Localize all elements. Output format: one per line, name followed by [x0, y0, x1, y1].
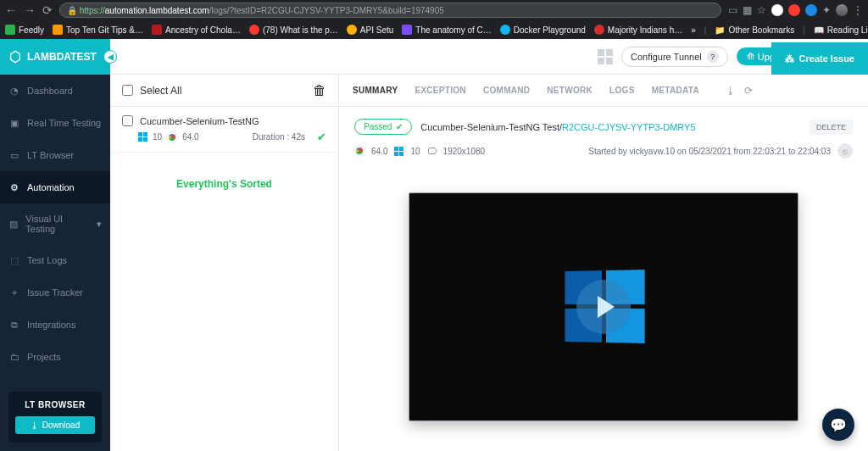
video-preview-area — [339, 170, 868, 451]
test-id: R2CGU-CJYSV-YYTP3-DMRY5 — [562, 122, 696, 132]
download-logs-icon[interactable]: ⭳ — [726, 85, 736, 97]
cast-icon[interactable]: ▭ — [728, 4, 737, 16]
automation-icon: ⚙ — [8, 181, 20, 193]
refresh-icon[interactable]: ⟳ — [744, 85, 753, 97]
bookmarks-overflow[interactable]: » — [691, 25, 696, 35]
chevron-down-icon: ▾ — [97, 219, 102, 230]
bookmark-item[interactable]: Docker Playground — [500, 25, 586, 35]
bookmark-icon — [347, 25, 357, 35]
windows-icon — [394, 147, 403, 156]
apps-grid-icon[interactable] — [598, 49, 613, 64]
select-all-checkbox[interactable] — [122, 85, 133, 96]
download-icon: ⭳ — [31, 420, 39, 430]
ext-icon-2[interactable] — [788, 4, 800, 16]
bookmark-icon — [594, 25, 604, 35]
test-list-item[interactable]: Cucumber-Selenium-TestNG 10 64.0 Duratio… — [110, 107, 338, 153]
browser-toolbar: ← → ⟳ 🔒 https:// automation.lambdatest.c… — [0, 0, 868, 20]
details-tabs: SUMMARY EXCEPTION COMMAND NETWORK LOGS M… — [339, 75, 868, 107]
bookmark-item[interactable]: Feedly — [5, 25, 44, 35]
back-icon[interactable]: ← — [5, 3, 17, 17]
brand-logo[interactable]: LAMBDATEST ◀ — [0, 39, 110, 75]
bookmark-icon — [152, 25, 162, 35]
sidebar-item-ltbrowser[interactable]: ▭LT Browser — [0, 139, 110, 171]
bug-icon: ⁂ — [785, 53, 794, 64]
create-issue-button[interactable]: ⁂ Create Issue — [771, 42, 868, 75]
url-domain: automation.lambdatest.com — [105, 6, 209, 15]
test-checkbox[interactable] — [122, 115, 133, 126]
bookmark-item[interactable]: (78) What is the p… — [249, 25, 338, 35]
sidebar-item-issue[interactable]: ⌖Issue Tracker — [0, 276, 110, 309]
reload-icon[interactable]: ⟳ — [42, 3, 53, 17]
details-summary-header: Passed ✔ Cucumber-Selenium-TestNG Test/R… — [339, 107, 868, 170]
projects-icon: 🗀 — [8, 351, 20, 363]
browser-version: 64.0 — [182, 132, 198, 142]
started-by-label: Started by vickyavw.10 on 05/23/2021 fro… — [588, 147, 831, 156]
bookmark-icon — [500, 25, 510, 35]
bookmark-item[interactable]: Majority Indians h… — [594, 25, 682, 35]
windows-icon — [138, 132, 147, 142]
ltbrowser-icon: ▭ — [8, 149, 20, 161]
bookmark-item[interactable]: Top Ten Git Tips &… — [53, 25, 143, 35]
chrome-extension-icons: ▭ ▦ ☆ ✦ ⋮ — [728, 4, 863, 16]
extensions-icon[interactable]: ✦ — [822, 4, 831, 16]
bookmark-icon — [402, 25, 412, 35]
status-badge: Passed ✔ — [354, 119, 412, 135]
test-list-panel: Select All 🗑 Cucumber-Selenium-TestNG 10… — [110, 75, 339, 451]
delete-button[interactable]: DELETE — [810, 120, 853, 135]
tab-exception[interactable]: EXCEPTION — [415, 86, 466, 95]
star-icon[interactable]: ☆ — [757, 4, 766, 16]
configure-tunnel-button[interactable]: Configure Tunnel ? — [621, 47, 728, 67]
bookmark-item[interactable]: API Setu — [347, 25, 393, 35]
browser-chrome: ← → ⟳ 🔒 https:// automation.lambdatest.c… — [0, 0, 868, 39]
bookmarks-bar: Feedly Top Ten Git Tips &… Ancestry of C… — [0, 20, 868, 39]
sidebar-item-realtime[interactable]: ▣Real Time Testing — [0, 107, 110, 139]
sidebar-item-dashboard[interactable]: ◔Dashboard — [0, 75, 110, 107]
pass-check-icon: ✔ — [317, 131, 326, 143]
os-version: 10 — [153, 132, 162, 142]
sidebar-item-projects[interactable]: 🗀Projects — [0, 341, 110, 373]
sidebar-item-testlogs[interactable]: ⬚Test Logs — [0, 244, 110, 276]
url-bar[interactable]: 🔒 https:// automation.lambdatest.com /lo… — [59, 3, 721, 18]
sidebar-item-visual[interactable]: ▨Visual UI Testing▾ — [0, 203, 110, 244]
download-button[interactable]: ⭳Download — [15, 416, 95, 434]
forward-icon[interactable]: → — [24, 3, 36, 17]
rocket-icon: ⟰ — [747, 51, 754, 62]
menu-icon[interactable]: ⋮ — [853, 4, 863, 16]
tab-logs[interactable]: LOGS — [609, 86, 635, 95]
play-icon[interactable] — [576, 280, 631, 334]
tab-network[interactable]: NETWORK — [547, 86, 593, 95]
bookmark-icon — [53, 25, 63, 35]
os-version: 10 — [410, 147, 420, 156]
tab-summary[interactable]: SUMMARY — [353, 86, 398, 95]
monitor-icon: 🖵 — [427, 146, 437, 156]
select-all-label[interactable]: Select All — [122, 85, 181, 97]
sidebar-item-integrations[interactable]: ⧉Integrations — [0, 309, 110, 341]
details-panel: SUMMARY EXCEPTION COMMAND NETWORK LOGS M… — [339, 75, 868, 451]
other-bookmarks[interactable]: 📁 Other Bookmarks — [715, 25, 794, 35]
sidebar-collapse-button[interactable]: ◀ — [103, 50, 117, 64]
trash-icon[interactable]: 🗑 — [313, 83, 326, 98]
ext-icon-1[interactable] — [771, 4, 783, 16]
tab-command[interactable]: COMMAND — [483, 86, 530, 95]
bookmark-item[interactable]: Ancestry of Chola… — [152, 25, 241, 35]
tab-metadata[interactable]: METADATA — [652, 86, 699, 95]
profile-avatar[interactable] — [836, 4, 848, 16]
ext-icon-3[interactable] — [805, 4, 817, 16]
sidebar-item-automation[interactable]: ⚙Automation — [0, 171, 110, 203]
qr-icon[interactable]: ▦ — [743, 4, 752, 16]
check-icon: ✔ — [396, 122, 403, 131]
chat-support-button[interactable]: 💬 — [822, 409, 854, 441]
video-player[interactable] — [409, 192, 798, 421]
share-icon[interactable]: ⎋ — [837, 143, 853, 159]
testlogs-icon: ⬚ — [8, 254, 20, 266]
help-icon: ? — [707, 51, 719, 63]
app-header: LAMBDATEST ◀ Configure Tunnel ? ⟰ Upgrad… — [0, 39, 868, 75]
resolution-label: 1920x1080 — [443, 147, 486, 156]
reading-list[interactable]: 📖 Reading List — [814, 25, 868, 35]
bookmark-item[interactable]: The anatomy of C… — [402, 25, 491, 35]
dashboard-icon: ◔ — [8, 85, 20, 97]
test-name: Cucumber-Selenium-TestNG — [140, 116, 259, 126]
sidebar: ◔Dashboard ▣Real Time Testing ▭LT Browse… — [0, 75, 110, 451]
chrome-icon — [354, 146, 364, 156]
url-https: https:// — [80, 6, 105, 15]
